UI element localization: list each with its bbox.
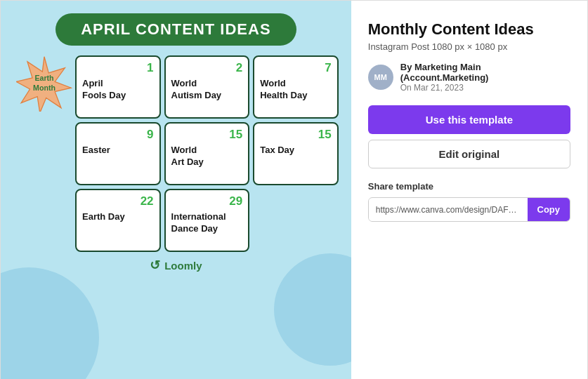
grid-cell-empty bbox=[253, 189, 339, 252]
loomly-label: Loomly bbox=[164, 260, 202, 272]
grid-cell-5: 15 WorldArt Day bbox=[164, 122, 250, 185]
grid-cell-7: 22 Earth Day bbox=[75, 189, 161, 252]
grid-area: Earth Month 1 AprilFools Day 2 WorldAuti… bbox=[13, 55, 339, 252]
page-title: APRIL CONTENT IDEAS bbox=[55, 13, 296, 46]
cell-number: 15 bbox=[171, 128, 243, 142]
cell-number: 9 bbox=[82, 128, 154, 142]
share-row: Copy bbox=[368, 197, 570, 222]
svg-text:Earth: Earth bbox=[34, 74, 53, 82]
cell-number: 1 bbox=[82, 61, 154, 75]
svg-text:Month: Month bbox=[33, 84, 55, 92]
copy-button[interactable]: Copy bbox=[528, 198, 570, 221]
share-label: Share template bbox=[368, 181, 570, 192]
edit-original-button[interactable]: Edit original bbox=[368, 140, 570, 168]
grid-cell-1: 1 AprilFools Day bbox=[75, 55, 161, 119]
author-info: By Marketing Main (Account.Marketing) On… bbox=[400, 62, 570, 93]
grid-cell-2: 2 WorldAutism Day bbox=[164, 55, 250, 119]
grid-cell-4: 9 Easter bbox=[75, 122, 161, 185]
cell-number: 22 bbox=[82, 194, 154, 208]
cell-number: 15 bbox=[260, 128, 332, 142]
cell-number: 7 bbox=[260, 61, 332, 75]
cell-label: WorldAutism Day bbox=[171, 78, 243, 102]
author-row: MM By Marketing Main (Account.Marketing)… bbox=[368, 62, 570, 93]
author-date: On Mar 21, 2023 bbox=[400, 83, 570, 93]
template-subtitle: Instagram Post 1080 px × 1080 px bbox=[368, 41, 570, 52]
cell-label: AprilFools Day bbox=[82, 78, 154, 102]
loomly-icon: ↺ bbox=[150, 258, 160, 273]
grid-cell-6: 15 Tax Day bbox=[253, 122, 339, 185]
loomly-footer: ↺ Loomly bbox=[150, 258, 202, 273]
template-title: Monthly Content Ideas bbox=[368, 20, 570, 39]
cell-label: Earth Day bbox=[82, 211, 154, 223]
cell-label: WorldHealth Day bbox=[260, 78, 332, 102]
cell-number: 2 bbox=[171, 61, 243, 75]
left-panel: APRIL CONTENT IDEAS Earth Month 1 AprilF… bbox=[1, 1, 351, 379]
use-template-button[interactable]: Use this template bbox=[368, 105, 570, 134]
grid-cell-3: 7 WorldHealth Day bbox=[253, 55, 339, 119]
cell-label: Easter bbox=[82, 145, 154, 157]
content-grid: 1 AprilFools Day 2 WorldAutism Day 7 Wor… bbox=[75, 55, 339, 252]
cell-label: Tax Day bbox=[260, 145, 332, 157]
right-panel: Monthly Content Ideas Instagram Post 108… bbox=[351, 1, 587, 379]
cell-label: WorldArt Day bbox=[171, 145, 243, 168]
author-name: By Marketing Main (Account.Marketing) bbox=[400, 62, 570, 83]
avatar: MM bbox=[368, 65, 393, 90]
grid-cell-8: 29 InternationalDance Day bbox=[164, 189, 250, 252]
cell-label: InternationalDance Day bbox=[171, 211, 243, 235]
cell-number: 29 bbox=[171, 194, 243, 208]
starburst-badge: Earth Month bbox=[16, 55, 72, 112]
share-url-input[interactable] bbox=[369, 199, 528, 221]
